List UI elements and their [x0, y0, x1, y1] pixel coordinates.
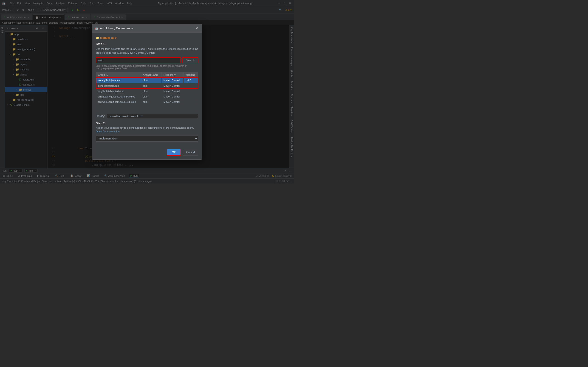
cell-version-1 — [183, 83, 198, 89]
library-row: Library: com.github.javadev:okio:1.6.0 — [96, 114, 198, 118]
cell-version-0: 1.6.0 — [183, 77, 198, 83]
table-row-2[interactable]: io.github.fabianterhorst okio Maven Cent… — [96, 89, 198, 94]
cell-version-2 — [183, 89, 198, 94]
step1-title: Step 1. — [96, 42, 198, 46]
step2-title: Step 2. — [96, 122, 198, 125]
dialog-close-button[interactable]: ✕ — [195, 26, 199, 31]
library-search-input[interactable] — [96, 57, 181, 63]
cell-group-1: com.squareup.okio — [96, 83, 141, 89]
cell-repo-4: Maven Central — [162, 99, 183, 105]
module-folder-icon: 📁 — [96, 36, 99, 40]
results-table: Group ID Artifact Name Repository Versio… — [96, 72, 198, 111]
module-label: 📁 Module 'app' — [96, 36, 198, 40]
ok-button[interactable]: OK — [167, 149, 181, 156]
cell-artifact-1: okio — [141, 83, 162, 89]
col-artifact: Artifact Name — [141, 72, 162, 78]
table-header-row: Group ID Artifact Name Repository Versio… — [96, 72, 198, 78]
table-row-3[interactable]: org.apache.jclouds.karaf.bundles okio Ma… — [96, 94, 198, 99]
add-library-dialog: 🤖 Add Library Dependency ✕ 📁 Module 'app… — [92, 24, 202, 160]
cancel-button[interactable]: Cancel — [183, 149, 198, 156]
col-versions: Versions — [183, 72, 198, 78]
search-hint: Enter a search query or fully-qualified … — [96, 65, 198, 70]
table-row-0[interactable]: com.github.javadev okio Maven Central 1.… — [96, 77, 198, 83]
search-row: Search — [96, 57, 198, 63]
col-group-id: Group ID — [96, 72, 141, 78]
open-documentation-link[interactable]: Open Documentation — [96, 130, 198, 133]
table-row-empty — [96, 105, 198, 111]
cell-version-3 — [183, 94, 198, 99]
cell-artifact-4: okio — [141, 99, 162, 105]
dialog-footer: OK Cancel — [92, 149, 202, 159]
table-row-1[interactable]: com.squareup.okio okio Maven Central — [96, 83, 198, 89]
dialog-titlebar: 🤖 Add Library Dependency ✕ — [92, 24, 202, 33]
step2-desc: Assign your dependency to a configuratio… — [96, 126, 198, 129]
col-repo: Repository — [162, 72, 183, 78]
cell-group-2: io.github.fabianterhorst — [96, 89, 141, 94]
configuration-select[interactable]: implementation api testImplementation an… — [96, 135, 198, 142]
cell-artifact-0: okio — [141, 77, 162, 83]
cell-artifact-2: okio — [141, 89, 162, 94]
dialog-body: 📁 Module 'app' Step 1. Use the form belo… — [92, 33, 202, 149]
table-row-4[interactable]: org.wso2.orbit.com.squareup.okio okio Ma… — [96, 99, 198, 105]
library-value: com.github.javadev:okio:1.6.0 — [107, 114, 198, 118]
search-button[interactable]: Search — [182, 57, 198, 63]
cell-repo-2: Maven Central — [162, 89, 183, 94]
cell-artifact-3: okio — [141, 94, 162, 99]
dialog-overlay: 🤖 Add Library Dependency ✕ 📁 Module 'app… — [0, 0, 294, 184]
cell-repo-1: Maven Central — [162, 83, 183, 89]
android-icon: 🤖 — [95, 27, 99, 30]
cell-group-3: org.apache.jclouds.karaf.bundles — [96, 94, 141, 99]
dialog-title: 🤖 Add Library Dependency — [95, 27, 133, 30]
cell-repo-0: Maven Central — [162, 77, 183, 83]
cell-group-4: org.wso2.orbit.com.squareup.okio — [96, 99, 141, 105]
cell-version-4 — [183, 99, 198, 105]
cell-repo-3: Maven Central — [162, 94, 183, 99]
step1-desc: Use the form below to find the library t… — [96, 47, 198, 55]
library-label: Library: — [96, 115, 105, 118]
config-select-row: implementation api testImplementation an… — [96, 135, 198, 142]
cell-group-0: com.github.javadev — [96, 77, 141, 83]
